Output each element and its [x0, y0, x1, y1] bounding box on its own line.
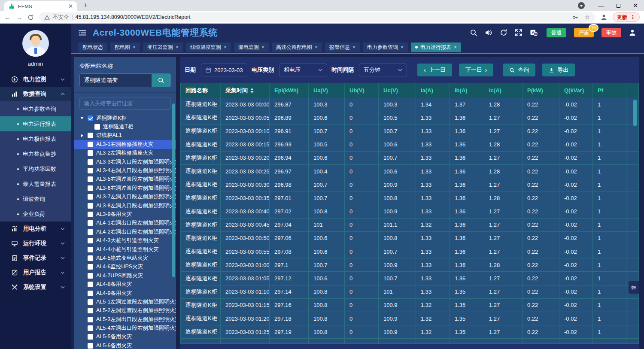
- tree-node-AL4-6监控UPS火灾[interactable]: AL4-6监控UPS火灾: [74, 263, 176, 271]
- tab-close-icon[interactable]: ×: [224, 44, 227, 50]
- tree-node-AL5-4左洞出口段右侧加强照明火灾[interactable]: AL5-4左洞出口段右侧加强照明火灾: [74, 324, 176, 332]
- table-row[interactable]: 逐桐隧道K柜2023-03-03 01:15297.16100.80100.91…: [181, 299, 638, 312]
- table-row[interactable]: 逐桐隧道K柜2023-03-03 00:10296.91100.70100.71…: [181, 124, 638, 138]
- tree-checkbox[interactable]: [88, 229, 93, 235]
- tree-scrollbar[interactable]: [172, 103, 175, 277]
- tree-node-AL4-5箱式变电站火灾[interactable]: AL4-5箱式变电站火灾: [74, 254, 176, 262]
- tree-node-AL4-4小桩号引道照明火灾[interactable]: AL4-4小桩号引道照明火灾: [74, 245, 176, 254]
- sidebar-item-运行环境[interactable]: 运行环境: [0, 236, 71, 251]
- tree-node-AL3-7左洞入口段左侧加强照明火灾[interactable]: AL3-7左洞入口段左侧加强照明火灾: [74, 193, 176, 201]
- password-key-icon[interactable]: [572, 14, 578, 21]
- sidebar-subitem-最大需量报表[interactable]: 最大需量报表: [0, 176, 71, 191]
- tree-checkbox[interactable]: [88, 291, 93, 296]
- table-row[interactable]: 逐桐隧道K柜2023-03-03 01:10297.14100.801011.3…: [181, 285, 638, 299]
- tree-node-AL4-2右洞出口段右侧加强照明火灾[interactable]: AL4-2右洞出口段右侧加强照明火灾: [74, 228, 176, 236]
- tree-node-AL3-5右洞过渡段左侧加强照明火灾[interactable]: AL3-5右洞过渡段左侧加强照明火灾: [74, 175, 176, 184]
- sidebar-subitem-谐波查询[interactable]: 谐波查询: [0, 191, 71, 206]
- tree-node-AL3-4右洞入口段右侧加强照明火灾[interactable]: AL3-4右洞入口段右侧加强照明火灾: [74, 166, 176, 175]
- tab-报警信息[interactable]: 报警信息×: [325, 42, 360, 52]
- tab-close-icon[interactable]: ×: [133, 44, 136, 50]
- alarm-button-普通[interactable]: 普通: [547, 28, 566, 37]
- table-row[interactable]: 逐桐隧道K柜2023-03-03 00:55297.08100.60100.71…: [181, 245, 638, 258]
- sidebar-subitem-电力整点集抄[interactable]: 电力整点集抄: [0, 146, 71, 161]
- table-row[interactable]: 逐桐隧道K柜2023-03-03 01:00297.1100.70100.91.…: [181, 258, 638, 272]
- browser-menu-icon[interactable]: ⋮: [630, 14, 635, 20]
- table-row[interactable]: 逐桐隧道K柜2023-03-03 00:00296.87100.30100.31…: [181, 98, 638, 111]
- tree-checkbox[interactable]: [88, 194, 93, 200]
- tree-node-逐桐隧道T柜[interactable]: 逐桐隧道T柜: [74, 122, 176, 131]
- tree-checkbox[interactable]: [88, 247, 93, 252]
- tree-filter-input[interactable]: [79, 97, 171, 110]
- tree-node-AL5-2左洞过渡段右侧加强照明火灾[interactable]: AL5-2左洞过渡段右侧加强照明火灾: [74, 307, 176, 315]
- tree-node-AL5-5备用火灾[interactable]: AL5-5备用火灾: [74, 333, 176, 341]
- sidebar-subitem-电力极值报表[interactable]: 电力极值报表: [0, 131, 71, 146]
- reload-button[interactable]: [27, 14, 34, 21]
- browser-update-button[interactable]: 更新 ⋮: [613, 12, 640, 22]
- sidebar-item-电力监测[interactable]: 电力监测: [0, 72, 71, 87]
- tree-checkbox[interactable]: [88, 220, 93, 226]
- table-row[interactable]: 逐桐隧道K柜2023-03-03 00:50297.06100.60100.81…: [181, 232, 638, 245]
- table-row[interactable]: 逐桐隧道K柜2023-03-03 00:25296.97100.40100.61…: [181, 165, 638, 178]
- tree-checkbox[interactable]: [88, 308, 93, 313]
- sidebar-subitem-电力运行报表[interactable]: 电力运行报表: [0, 116, 71, 131]
- tree-checkbox[interactable]: [88, 238, 93, 243]
- tree-checkbox[interactable]: [88, 282, 93, 287]
- refresh-icon[interactable]: [500, 29, 507, 36]
- table-row[interactable]: 逐桐隧道K柜2023-03-03 00:45297.041010101.11.3…: [181, 219, 638, 232]
- user-icon[interactable]: [629, 29, 636, 36]
- window-minimize-button[interactable]: —: [592, 3, 610, 9]
- tree-node-AL3-8左洞入口段右侧加强照明火灾[interactable]: AL3-8左洞入口段右侧加强照明火灾: [74, 201, 176, 210]
- address-bar[interactable]: 不安全 45.81.195.134:8090/3000WEBV2/Electri…: [39, 12, 595, 22]
- browser-tab[interactable]: EEMS ✕: [4, 1, 77, 11]
- fullscreen-icon[interactable]: [515, 29, 522, 36]
- tree-node-AL4-9备用火灾[interactable]: AL4-9备用火灾: [74, 289, 176, 297]
- table-row[interactable]: 逐桐隧道K柜2023-03-03 00:15296.93100.50100.61…: [181, 138, 638, 152]
- tree-checkbox[interactable]: [88, 299, 93, 305]
- browser-profile-icon[interactable]: [578, 2, 585, 9]
- tree-checkbox[interactable]: [88, 264, 93, 270]
- translate-icon[interactable]: A文: [530, 29, 538, 36]
- sidebar-item-用电分析[interactable]: 用电分析: [0, 222, 71, 236]
- tab-配电图[interactable]: 配电图×: [110, 42, 140, 52]
- tab-漏电监测[interactable]: 漏电监测×: [234, 42, 269, 52]
- sidebar-subitem-电力参数查询[interactable]: 电力参数查询: [0, 101, 71, 116]
- table-row[interactable]: 逐桐隧道K柜2023-03-03 00:30296.98100.70100.91…: [181, 178, 638, 191]
- prev-day-button[interactable]: ‹ 上一日: [417, 64, 452, 76]
- table-scrollbar[interactable]: [633, 100, 637, 126]
- table-row[interactable]: 逐桐隧道K柜2023-03-03 00:20296.94100.60100.71…: [181, 152, 638, 165]
- sidebar-item-用户报告[interactable]: 用户报告: [0, 265, 71, 280]
- tree-node-AL4-7UPS回路火灾[interactable]: AL4-7UPS回路火灾: [74, 271, 176, 280]
- table-row[interactable]: 逐桐隧道K柜2023-03-03 00:35297.01100.70100.81…: [181, 191, 638, 205]
- tab-线缆温度监测[interactable]: 线缆温度监测×: [186, 42, 231, 52]
- tab-电力运行报表[interactable]: 电力运行报表×: [411, 42, 461, 52]
- tab-配电状态[interactable]: 配电状态: [78, 42, 107, 52]
- tree-checkbox[interactable]: [88, 142, 93, 147]
- sidebar-item-数据查询[interactable]: 数据查询: [0, 87, 71, 101]
- expander-right-icon[interactable]: [79, 134, 85, 137]
- tree-node-AL3-9备用火灾[interactable]: AL3-9备用火灾: [74, 210, 176, 219]
- tree-node-AL5-1左洞过渡段左侧加强照明火灾[interactable]: AL5-1左洞过渡段左侧加强照明火灾: [74, 297, 176, 306]
- tree-checkbox[interactable]: [88, 343, 93, 349]
- tree-checkbox[interactable]: [88, 159, 93, 165]
- tree-node-进线柜AL1[interactable]: 进线柜AL1: [74, 131, 176, 140]
- tree-checkbox[interactable]: [88, 150, 93, 156]
- tab-close-icon[interactable]: ✕: [68, 3, 73, 9]
- volume-icon[interactable]: [485, 29, 492, 36]
- tree-checkbox[interactable]: [88, 255, 93, 261]
- sidebar-subitem-平均功率因数[interactable]: 平均功率因数: [0, 161, 71, 176]
- tree-node-AL5-3左洞出口段左侧加强照明火灾[interactable]: AL5-3左洞出口段左侧加强照明火灾: [74, 315, 176, 324]
- tree-node-AL4-3大桩号引道照明火灾[interactable]: AL4-3大桩号引道照明火灾: [74, 236, 176, 245]
- alarm-button-严重[interactable]: 严重19: [574, 28, 594, 37]
- table-row[interactable]: 逐桐隧道K柜2023-03-03 00:05296.89100.60100.51…: [181, 111, 638, 124]
- column-settings-button[interactable]: [629, 281, 639, 294]
- station-search-button[interactable]: [152, 74, 170, 87]
- back-button[interactable]: ←: [4, 14, 11, 21]
- tree-node-AL3-2左洞检修插座火灾[interactable]: AL3-2左洞检修插座火灾: [74, 149, 176, 158]
- tree-checkbox[interactable]: [88, 133, 93, 138]
- table-row[interactable]: 逐桐隧道K柜2023-03-03 01:25297.19100.80100.91…: [181, 325, 638, 339]
- expander-down-icon[interactable]: [79, 117, 85, 119]
- tree-node-AL4-1右洞出口段左侧加强照明火灾[interactable]: AL4-1右洞出口段左侧加强照明火灾: [74, 219, 176, 228]
- window-restore-button[interactable]: [610, 3, 627, 9]
- tab-close-icon[interactable]: ×: [261, 44, 264, 50]
- table-row[interactable]: 逐桐隧道K柜2023-03-03 01:05297.12100.60100.71…: [181, 272, 638, 285]
